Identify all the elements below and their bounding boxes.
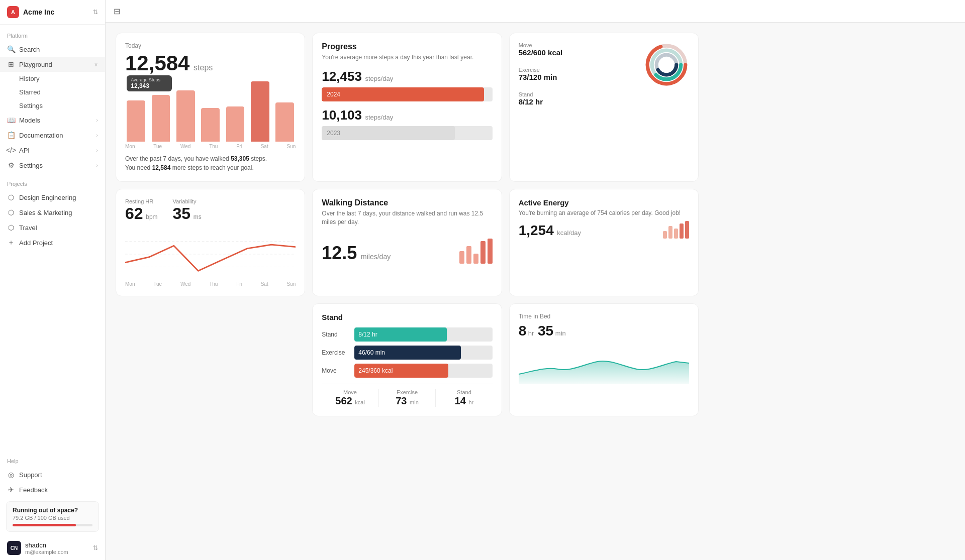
project3-label: Travel <box>19 224 37 232</box>
sidebar-header: A Acme Inc ⇅ <box>0 0 105 25</box>
stat-exercise: Exercise 73 min <box>379 389 436 407</box>
bar-2023-bg: 2023 <box>322 126 492 140</box>
stand-card: Stand Stand 8/12 hr Exercise 46/60 min <box>312 303 502 416</box>
chevron-right-icon3: › <box>96 147 98 153</box>
bar-4 <box>226 106 245 142</box>
bar-wrapper-3 <box>200 81 221 142</box>
sidebar-item-documentation[interactable]: 📋 Documentation › <box>0 128 105 143</box>
walk-bar-3 <box>473 254 478 264</box>
project1-label: Design Engineering <box>19 194 76 201</box>
hr-line-chart <box>125 229 296 279</box>
help-section-label: Help <box>0 450 105 467</box>
app-logo[interactable]: A Acme Inc <box>7 6 54 18</box>
feedback-label: Feedback <box>19 486 48 494</box>
stand-bar-move-fill: 245/360 kcal <box>354 364 448 378</box>
stat-stand: Stand 14 hr <box>436 389 492 407</box>
bar-wrapper-6 <box>274 81 296 142</box>
add-project-button[interactable]: ＋ Add Project <box>0 235 105 250</box>
sidebar-item-playground[interactable]: ⊞ Playground ∨ <box>0 57 105 72</box>
value-2023: 10,103 <box>322 107 362 123</box>
search-icon: 🔍 <box>7 45 15 53</box>
hr-card: Resting HR 62 bpm Variability 35 ms <box>116 189 305 296</box>
project-design-engineering[interactable]: ⬡ Design Engineering <box>0 190 105 205</box>
topbar: ⊟ <box>106 0 965 23</box>
user-info: shadcn m@example.com <box>25 541 89 555</box>
variability-hr: Variability 35 ms <box>173 198 202 223</box>
project-travel[interactable]: ⬡ Travel <box>0 220 105 235</box>
walk-bar-2 <box>466 246 471 264</box>
sidebar-item-settings[interactable]: ⚙ Settings › <box>0 158 105 173</box>
sidebar-subitem-settings[interactable]: Settings <box>0 99 105 113</box>
walk-card: Walking Distance Over the last 7 days, y… <box>312 189 502 296</box>
unit-2024: steps/day <box>365 75 393 82</box>
hr-header: Resting HR 62 bpm Variability 35 ms <box>125 198 296 223</box>
feedback-icon: ✈ <box>7 486 15 494</box>
logo-icon: A <box>7 6 19 18</box>
user-name: shadcn <box>25 541 89 549</box>
project-sales-marketing[interactable]: ⬡ Sales & Marketing <box>0 205 105 220</box>
progress-title: Progress <box>322 42 492 51</box>
models-label: Models <box>19 117 40 124</box>
sidebar-item-models[interactable]: 📖 Models › <box>0 113 105 128</box>
user-chevron-icon: ⇅ <box>93 544 98 551</box>
dashboard-grid: Today 12,584 steps Average Steps12,343 M… <box>106 23 709 426</box>
sidebar-item-api[interactable]: </> API › <box>0 143 105 158</box>
donut-chart <box>644 42 689 106</box>
bar-wrapper-2 <box>175 81 197 142</box>
history-label: History <box>19 75 39 82</box>
stand-stats: Move 562 kcal Exercise 73 min Stand <box>322 384 492 407</box>
progress-card: Progress You're average more steps a day… <box>312 33 502 182</box>
hr-day-labels: Mon Tue Wed Thu Fri Sat Sun <box>125 281 296 287</box>
steps-card: Today 12,584 steps Average Steps12,343 M… <box>116 33 305 182</box>
sidebar-item-feedback[interactable]: ✈ Feedback <box>0 482 105 497</box>
projects-section-label: Projects <box>0 173 105 190</box>
ring-exercise: Exercise 73/120 min <box>519 67 640 81</box>
bed-card: Time in Bed 8 hr 35 min <box>509 303 699 416</box>
steps-unit: steps <box>194 63 213 72</box>
metric-2024: 12,453 steps/day 2024 <box>322 69 492 101</box>
models-icon: 📖 <box>7 116 15 124</box>
support-icon: ◎ <box>7 471 15 479</box>
storage-bar-fill <box>13 524 76 526</box>
playground-icon: ⊞ <box>7 60 15 68</box>
chevron-updown-icon[interactable]: ⇅ <box>93 9 98 16</box>
app-name: Acme Inc <box>23 8 54 16</box>
ring-card: Move 562/600 kcal Exercise 73/120 min St… <box>509 33 699 182</box>
sidebar-item-support[interactable]: ◎ Support <box>0 467 105 482</box>
sidebar-subitem-history[interactable]: History <box>0 72 105 85</box>
bar-0: Average Steps12,343 <box>127 100 145 142</box>
unit-2023: steps/day <box>365 114 393 121</box>
metric-2023: 10,103 steps/day 2023 <box>322 107 492 140</box>
project-icon-1: ⬡ <box>7 193 15 201</box>
bar-2 <box>176 90 195 142</box>
steps-footer: Over the past 7 days, you have walked 53… <box>125 154 296 172</box>
storage-widget: Running out of space? 79.2 GB / 100 GB u… <box>6 501 99 532</box>
stand-bar-exercise-fill: 46/60 min <box>354 346 460 360</box>
value-2024: 12,453 <box>322 69 362 84</box>
main-content: ⊟ Today 12,584 steps Average Steps12,343… <box>106 0 965 560</box>
stand-row-exercise: Exercise 46/60 min <box>322 346 492 360</box>
resting-hr: Resting HR 62 bpm <box>125 198 158 223</box>
user-email: m@example.com <box>25 549 89 555</box>
active-energy-card: Active Energy You're burning an average … <box>509 189 699 296</box>
sidebar-subitem-starred[interactable]: Starred <box>0 85 105 99</box>
sidebar-toggle-icon[interactable]: ⊟ <box>114 7 120 16</box>
chevron-down-icon: ∨ <box>94 61 98 68</box>
walk-bar-1 <box>459 251 464 264</box>
stand-row-stand: Stand 8/12 hr <box>322 327 492 342</box>
storage-sub: 79.2 GB / 100 GB used <box>13 515 92 521</box>
sidebar-search-label: Search <box>19 46 40 53</box>
avatar: CN <box>7 541 21 555</box>
storage-title: Running out of space? <box>13 507 92 514</box>
bar-wrapper-5 <box>249 81 271 142</box>
user-profile[interactable]: CN shadcn m@example.com ⇅ <box>0 536 105 560</box>
sidebar-item-search[interactable]: 🔍 Search <box>0 42 105 57</box>
support-label: Support <box>19 471 42 479</box>
api-label: API <box>19 147 30 154</box>
walk-mini-bars <box>459 239 493 264</box>
settings-sub-label: Settings <box>19 102 43 109</box>
plus-icon: ＋ <box>7 239 15 247</box>
settings-icon: ⚙ <box>7 161 15 169</box>
avg-tooltip: Average Steps12,343 <box>127 75 172 91</box>
steps-bar-chart: Average Steps12,343 Mon Tue Wed Thu Fri … <box>125 81 296 149</box>
